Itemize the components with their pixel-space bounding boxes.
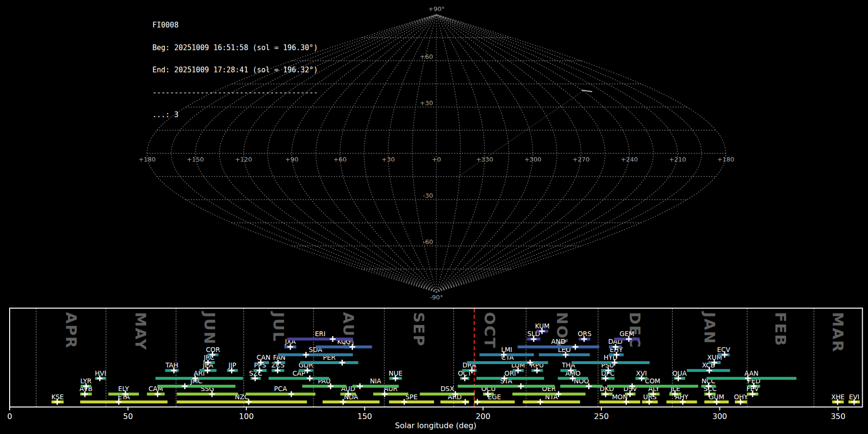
shower-code-label: HVI [95,369,106,377]
shower-code-label: TAH [165,361,178,369]
shower-bar [389,401,434,404]
shower-peak-marker [339,360,345,366]
x-tick-label: 300 [712,412,727,421]
shower-bar [80,401,167,404]
shower-bar [373,393,408,395]
shower-bar [157,385,235,388]
shower-code-label: JIP [228,361,236,369]
month-label: OCT [481,312,499,349]
shower-bar [517,345,599,348]
shower-code-label: AAN [745,369,759,377]
shower-bar [287,338,353,340]
shower-peak-marker [572,344,578,350]
ra-label: +300 [524,156,542,163]
shower-bar [476,377,544,380]
month-label: JUN [201,311,218,345]
shower-bar [177,393,238,395]
divider-line: -------------------------------------- [152,89,318,97]
shower-bar [269,377,329,380]
shower-peak-marker [537,399,543,405]
shower-bar [316,345,372,348]
month-label: APR [63,312,80,349]
shower-bar [177,401,307,404]
shower-code-label: ELY [118,385,129,393]
ra-label: +120 [235,156,252,163]
x-tick-label: 100 [239,412,254,421]
shower-bar [599,401,640,404]
activity-timeline: APRMAYJUNJULAUGSEPOCTNOVDECJANFEBMARKSEE… [0,289,868,434]
shower-bar [706,377,797,380]
x-tick-label: 0 [7,412,12,421]
shower-bar [458,385,555,388]
shower-code-label: DSX [440,385,454,393]
shower-code-label: ORS [578,330,592,338]
pole-label-north: +90° [428,5,445,13]
sky-map: +90°-90°+180+150+120+90+60+30+0+330+300+… [0,0,868,309]
shower-bar [245,393,315,395]
shower-code-label: PCA [274,385,287,393]
ra-label: +180 [138,156,156,163]
shower-bar [607,385,698,388]
session-begin: Beg: 20251009 16:51:58 (sol = 196.30°) [152,44,318,52]
ra-label: +330 [476,156,493,163]
shower-bar [571,361,650,364]
shower-count: ...: 3 [152,111,318,119]
shower-code-label: GEM [620,330,635,338]
session-end: End: 20251009 17:28:41 (sol = 196.32°) [152,67,318,74]
shower-peak-marker [182,383,188,389]
shower-peak-marker [462,399,468,405]
month-label: MAR [829,312,847,353]
shower-bar [278,353,353,356]
x-tick-label: 350 [831,412,846,421]
shower-peak-marker [330,336,336,342]
shower-bar [513,393,586,395]
shower-peak-marker [288,391,294,397]
ra-label: +270 [572,156,590,163]
shower-peak-marker [303,352,309,358]
shower-code-label: ERI [315,330,326,338]
shower-code-label: CAN [257,353,271,361]
ra-label: +90 [285,156,298,163]
x-tick-label: 200 [475,412,490,421]
shower-code-label: COR [206,346,220,353]
camera-id: FI0008 [152,22,318,29]
shower-code-label: ECV [717,346,731,353]
shower-code-label: KUM [535,322,550,330]
shower-code-label: OHY [734,393,748,401]
shower-bar [155,377,243,380]
shower-code-label: AND [551,338,566,345]
x-axis-title: Solar longitude (deg) [395,421,476,430]
ra-label: +240 [621,156,638,163]
shower-code-label: EVI [849,393,859,401]
shower-bar [523,401,580,404]
month-label: FEB [772,312,789,347]
shower-peak-marker [475,399,480,405]
shower-code-label: KSE [51,393,64,401]
shower-peak-marker [518,383,524,389]
shower-bar [560,385,603,388]
dec-label: +30 [420,99,433,107]
x-tick-label: 250 [594,412,609,421]
shower-bar [323,401,380,404]
dec-label: -30 [423,192,433,199]
shower-peak-marker [357,383,363,389]
ra-label: +210 [669,156,686,163]
radiant-track-marker [582,90,592,92]
ra-label: +60 [333,156,346,163]
ra-label: +150 [187,156,204,163]
ra-label: +180 [717,156,734,163]
shower-peak-marker [307,376,312,381]
month-label: JAN [701,311,719,344]
x-tick-label: 150 [357,412,372,421]
shower-code-label: NIA [370,377,381,385]
shower-code-label: QUA [672,369,687,377]
ra-label: +30 [381,156,394,163]
shower-code-label: XVI [636,369,647,377]
shower-code-label: XHE [831,393,845,401]
shower-bar [420,393,475,395]
shower-bar [300,361,358,364]
shower-code-label: NUE [389,369,403,377]
radiant-track [457,90,585,177]
dec-label: -60 [423,238,433,245]
month-label: MAY [132,312,149,351]
